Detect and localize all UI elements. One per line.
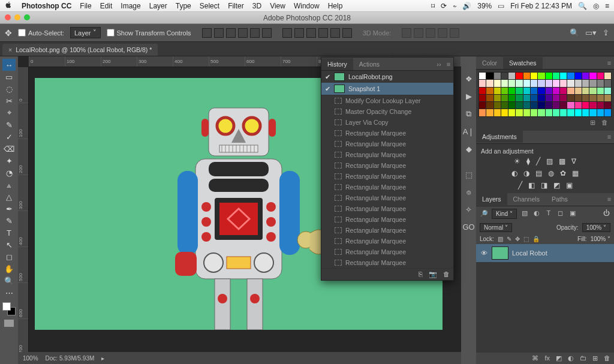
share-icon[interactable]: ⇪: [603, 28, 609, 37]
swatch[interactable]: [589, 73, 596, 79]
lock-all-icon[interactable]: 🔒: [532, 236, 540, 242]
swatch[interactable]: [501, 102, 508, 109]
swatch[interactable]: [486, 95, 493, 101]
adjustment-preset[interactable]: ◍: [548, 169, 554, 178]
swatch[interactable]: [553, 102, 559, 109]
swatch[interactable]: [575, 73, 582, 79]
swatch[interactable]: [546, 80, 552, 86]
history-step[interactable]: Rectangular Marquee: [321, 246, 453, 257]
swatch[interactable]: [553, 88, 559, 94]
swatch[interactable]: [501, 88, 508, 94]
workspace-icon[interactable]: ▭▾: [585, 28, 597, 37]
tool-8[interactable]: ✦: [2, 155, 16, 167]
menu-layer[interactable]: Layer: [149, 2, 167, 10]
tool-6[interactable]: ✓: [2, 131, 16, 143]
tool-5[interactable]: ✎: [2, 119, 16, 131]
swatch[interactable]: [523, 88, 530, 94]
close-tab-icon[interactable]: ×: [8, 46, 12, 53]
swatch[interactable]: [479, 80, 486, 86]
tool-15[interactable]: ↖: [2, 239, 16, 251]
filter-icon[interactable]: 🔎: [480, 210, 488, 218]
menu-window[interactable]: Window: [294, 2, 320, 10]
collapse-icon[interactable]: ››: [434, 61, 444, 68]
swatch[interactable]: [494, 95, 501, 101]
swatch[interactable]: [560, 80, 567, 86]
adjustment-preset[interactable]: ▤: [535, 169, 542, 178]
swatch[interactable]: [546, 102, 552, 109]
panel-menu-icon[interactable]: ≡: [604, 133, 614, 140]
tool-10[interactable]: ⟁: [2, 179, 16, 191]
tool-4[interactable]: ⌖: [2, 107, 16, 119]
swatch[interactable]: [531, 102, 537, 109]
menu-3d[interactable]: 3D: [252, 2, 261, 10]
tab-swatches[interactable]: Swatches: [503, 57, 543, 69]
tool-11[interactable]: △: [2, 191, 16, 203]
volume-icon[interactable]: 🔊: [462, 2, 471, 10]
swatch[interactable]: [508, 73, 515, 79]
swatch[interactable]: [582, 109, 589, 116]
distribute-right[interactable]: [342, 28, 352, 38]
swatch[interactable]: [604, 95, 611, 101]
swatch[interactable]: [494, 73, 501, 79]
layer-thumbnail[interactable]: [492, 246, 508, 260]
swatch[interactable]: [531, 80, 537, 86]
distribute-hcenter[interactable]: [330, 28, 340, 38]
spotlight-icon[interactable]: 🔍: [578, 2, 587, 10]
swatch[interactable]: [582, 95, 589, 101]
wifi-icon[interactable]: ⧜: [453, 2, 456, 10]
menu-help[interactable]: Help: [328, 2, 343, 10]
swatch[interactable]: [516, 95, 522, 101]
swatch[interactable]: [567, 88, 574, 94]
swatch[interactable]: [501, 95, 508, 101]
fill-value[interactable]: 100% ˅: [591, 236, 610, 242]
swatch[interactable]: [523, 73, 530, 79]
history-step[interactable]: Master Opacity Change: [321, 106, 453, 117]
adjustment-layer-icon[interactable]: ◐: [568, 354, 574, 362]
layer-mask-icon[interactable]: ◩: [556, 354, 562, 362]
history-step[interactable]: Rectangular Marquee: [321, 257, 453, 268]
tab-paths[interactable]: Paths: [546, 193, 574, 205]
delete-state-icon[interactable]: 🗑: [443, 270, 450, 278]
filter-pixel-icon[interactable]: ▧: [520, 209, 529, 218]
history-step[interactable]: Rectangular Marquee: [321, 160, 453, 171]
swatch[interactable]: [589, 102, 596, 109]
history-step[interactable]: Rectangular Marquee: [321, 236, 453, 246]
dock-icon-6[interactable]: ⬚: [465, 170, 472, 179]
3d-slide[interactable]: [438, 28, 447, 38]
swatch[interactable]: [553, 73, 559, 79]
swatch[interactable]: [597, 80, 604, 86]
filter-adjust-icon[interactable]: ◐: [532, 209, 541, 218]
swatch[interactable]: [575, 95, 582, 101]
swatch[interactable]: [553, 95, 559, 101]
swatch[interactable]: [494, 88, 501, 94]
ruler-vertical[interactable]: 0100200300400500600700: [18, 67, 29, 364]
swatch[interactable]: [560, 73, 567, 79]
swatch[interactable]: [546, 109, 552, 116]
adjustment-preset[interactable]: ◨: [541, 181, 547, 189]
history-step[interactable]: Rectangular Marquee: [321, 214, 453, 225]
distribute-left[interactable]: [318, 28, 328, 38]
align-top[interactable]: [238, 28, 248, 38]
swatch[interactable]: [560, 109, 567, 116]
history-step[interactable]: Modify Color Lookup Layer: [321, 95, 453, 106]
visibility-icon[interactable]: 👁: [480, 249, 488, 257]
align-hcenter[interactable]: [214, 28, 224, 38]
adjustment-preset[interactable]: ◧: [528, 181, 535, 189]
swatch[interactable]: [486, 88, 493, 94]
swatch[interactable]: [597, 73, 604, 79]
swatch[interactable]: [589, 88, 596, 94]
swatch[interactable]: [538, 102, 544, 109]
tool-19[interactable]: ⋯: [2, 287, 16, 299]
tool-3[interactable]: ✂: [2, 95, 16, 107]
menu-select[interactable]: Select: [200, 2, 219, 10]
swatch[interactable]: [553, 109, 559, 116]
menu-file[interactable]: File: [80, 2, 91, 10]
3d-zoom[interactable]: [450, 28, 459, 38]
swatch[interactable]: [604, 109, 611, 116]
dock-icon-7[interactable]: ⌾: [466, 188, 471, 197]
swatch[interactable]: [575, 102, 582, 109]
history-step[interactable]: Layer Via Copy: [321, 117, 453, 128]
swatch[interactable]: [486, 80, 493, 86]
dropbox-icon[interactable]: ⌑: [431, 2, 435, 10]
tool-17[interactable]: ✋: [2, 263, 16, 275]
